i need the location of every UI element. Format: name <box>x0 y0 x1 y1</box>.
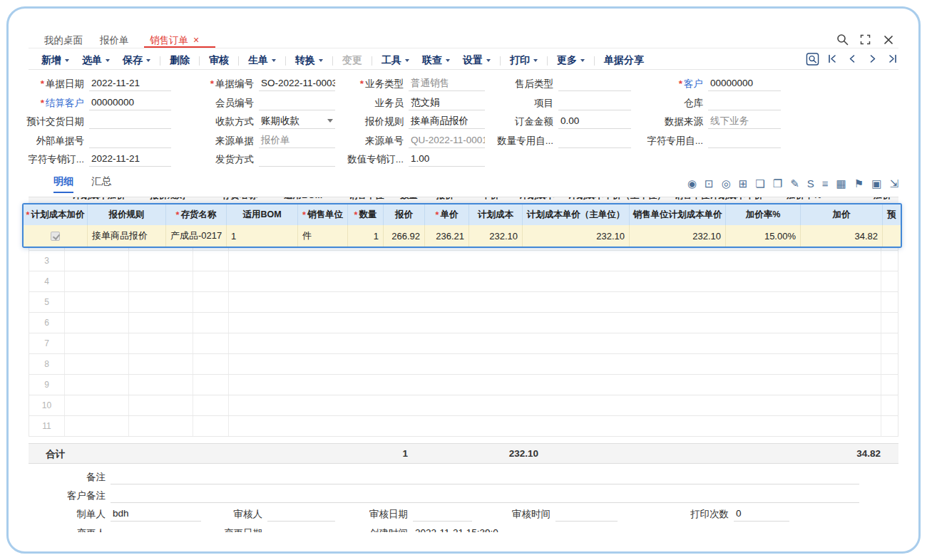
column-header-6[interactable]: *数量 <box>348 204 384 225</box>
field-label: 客户备注 <box>24 489 106 503</box>
row-cell-5[interactable]: 件 <box>298 225 348 247</box>
field-label-text: 审核时间 <box>512 509 550 519</box>
column-header-label: 计划成本 <box>478 209 513 221</box>
row-cell-13[interactable]: 34.82 <box>801 225 883 247</box>
footer-field: 制单人bdh <box>24 506 201 522</box>
row-cell-14[interactable] <box>883 225 901 247</box>
column-header-7[interactable]: 报价 <box>384 204 425 225</box>
field-label: 变更日期 <box>181 527 262 532</box>
required-asterisk: * <box>26 210 30 220</box>
column-header-label: 销售单位计划成本单价 <box>633 209 722 221</box>
row-cell-8[interactable]: 236.21 <box>425 225 469 247</box>
overlay-header-row: *计划成本加价报价规则*存货名称适用BOM*销售单位*数量报价*单价计划成本计划… <box>24 204 901 225</box>
field-label: 备注 <box>24 470 106 484</box>
remark-input[interactable] <box>111 484 859 484</box>
row-cell-4[interactable]: 1 <box>227 225 298 247</box>
field-label-text: 打印次数 <box>690 509 729 519</box>
required-asterisk: * <box>302 210 306 220</box>
column-header-9[interactable]: 计划成本 <box>469 204 523 225</box>
field-label: 审核人 <box>181 507 262 522</box>
column-header-label: 加价率% <box>746 209 781 221</box>
column-header-12[interactable]: 加价率% <box>726 204 801 225</box>
column-header-label: 报价 <box>395 209 413 221</box>
overlay-data-row: 接单商品报价产成品-02171件1266.92236.21232.10232.1… <box>24 225 901 247</box>
row-cell-11[interactable]: 232.10 <box>630 225 726 247</box>
row-cell-1[interactable] <box>24 225 88 247</box>
field-label: 审核日期 <box>327 507 408 522</box>
field-label: 打印次数 <box>647 507 729 522</box>
footer-field: 打印次数0 <box>647 506 789 522</box>
field-input[interactable] <box>555 521 618 522</box>
column-header-label: 加价 <box>833 209 851 221</box>
field-label-text: 客户备注 <box>67 490 106 501</box>
column-header-11[interactable]: 销售单位计划成本单价 <box>630 204 726 225</box>
field-label-text: 变更人 <box>77 528 106 532</box>
field-label: 制单人 <box>24 507 106 522</box>
field-input[interactable] <box>413 521 472 522</box>
field-label-text: 制单人 <box>77 509 106 519</box>
field-label: 变更人 <box>24 527 106 532</box>
column-header-10[interactable]: 计划成本单价（主单位） <box>523 204 630 225</box>
dragged-row-overlay[interactable]: *计划成本加价报价规则*存货名称适用BOM*销售单位*数量报价*单价计划成本计划… <box>22 203 902 248</box>
remark-field: 备注 <box>24 469 859 484</box>
window-content: 我的桌面 报价单 销售订单× 新增选单保存删除审核生单转换变更工具联查设置打印更… <box>0 0 927 532</box>
field-input[interactable] <box>267 521 335 522</box>
column-header-8[interactable]: *单价 <box>425 204 469 225</box>
field-label-text: 变更日期 <box>224 528 262 532</box>
row-cell-2[interactable]: 接单商品报价 <box>88 225 166 247</box>
required-asterisk: * <box>436 210 439 220</box>
column-header-14[interactable]: 预 <box>883 204 901 225</box>
row-cell-9[interactable]: 232.10 <box>469 225 523 247</box>
field-label-text: 创建时间 <box>369 528 408 532</box>
footer-field-cutoff: 变更日期 <box>181 525 335 532</box>
column-header-4[interactable]: 适用BOM <box>227 204 298 225</box>
required-asterisk: * <box>176 210 180 220</box>
row-cell-6[interactable]: 1 <box>348 225 384 247</box>
row-checkbox[interactable] <box>51 232 60 241</box>
column-header-label: 计划成本单价（主单位） <box>527 209 625 221</box>
column-header-label: 计划成本加价 <box>31 209 84 221</box>
footer-field: 审核人 <box>181 506 335 522</box>
column-header-3[interactable]: *存货名称 <box>166 204 227 225</box>
column-header-13[interactable]: 加价 <box>801 204 883 225</box>
field-input[interactable]: 2022-11-21 15:39:0 <box>413 526 563 532</box>
field-label-text: 审核人 <box>234 509 263 519</box>
column-header-2[interactable]: 报价规则 <box>88 204 166 225</box>
footer-field: 审核时间 <box>469 506 618 522</box>
row-cell-7[interactable]: 266.92 <box>384 225 425 247</box>
row-cell-3[interactable]: 产成品-0217 <box>166 225 227 247</box>
column-header-label: 报价规则 <box>109 209 145 221</box>
column-header-label: 数量 <box>359 209 377 221</box>
column-header-label: 单价 <box>440 209 458 221</box>
field-input[interactable]: 0 <box>734 507 789 522</box>
row-cell-12[interactable]: 15.00% <box>726 225 801 247</box>
column-header-label: 销售单位 <box>307 209 343 221</box>
column-header-label: 预 <box>887 209 896 221</box>
required-asterisk: * <box>354 210 358 220</box>
column-header-5[interactable]: *销售单位 <box>298 204 348 225</box>
footer-field: 审核日期 <box>327 506 472 522</box>
column-header-1[interactable]: *计划成本加价 <box>24 204 88 225</box>
customer-remark-field: 客户备注 <box>24 487 859 503</box>
order-footer: 备注 客户备注 制单人bdh审核人审核日期审核时间打印次数0变更人变更日期创建时… <box>0 0 927 532</box>
field-label: 创建时间 <box>327 527 408 532</box>
footer-field-cutoff: 创建时间2022-11-21 15:39:0 <box>327 525 563 532</box>
field-label-text: 备注 <box>86 472 106 482</box>
footer-field-cutoff: 变更人 <box>24 525 201 532</box>
customer-remark-input[interactable] <box>111 502 859 503</box>
field-label-text: 审核日期 <box>369 509 408 519</box>
column-header-label: 适用BOM <box>242 209 281 221</box>
column-header-label: 存货名称 <box>180 209 216 221</box>
field-label: 审核时间 <box>469 507 550 522</box>
row-cell-10[interactable]: 232.10 <box>523 225 630 247</box>
